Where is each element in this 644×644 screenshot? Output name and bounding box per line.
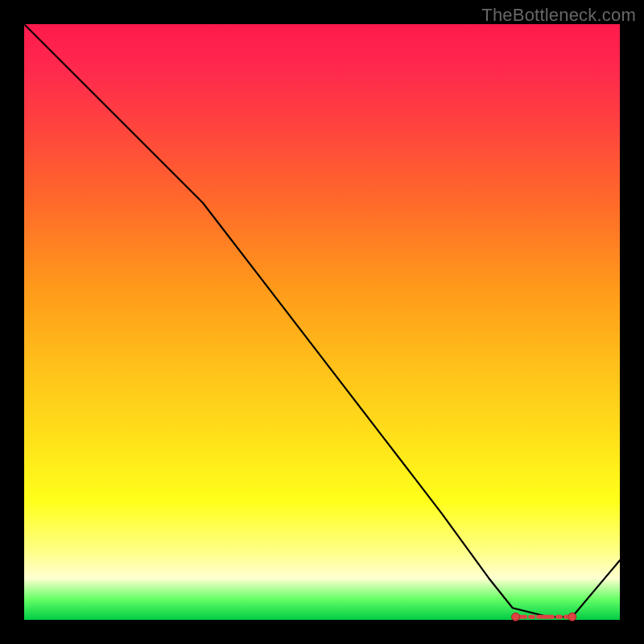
optimal-start-marker	[512, 613, 520, 621]
watermark-text: TheBottleneck.com	[481, 5, 636, 26]
bottleneck-curve	[24, 24, 620, 617]
chart-frame: TheBottleneck.com	[0, 0, 644, 644]
optimal-markers	[512, 613, 576, 621]
plot-area	[24, 24, 620, 620]
chart-svg	[24, 24, 620, 620]
optimal-end-marker	[568, 613, 576, 621]
